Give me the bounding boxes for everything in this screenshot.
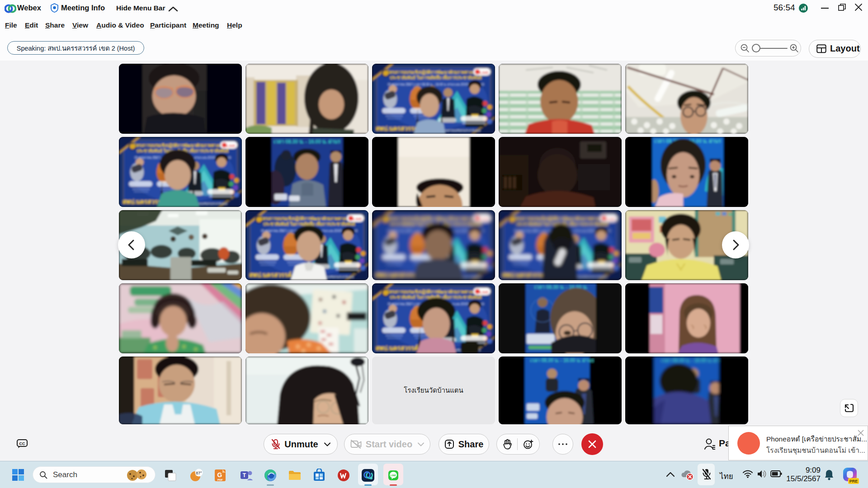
- svg-text:PDF: PDF: [217, 479, 223, 481]
- svg-text:LINE: LINE: [391, 474, 396, 477]
- svg-text:สพป.นครสวรรค์: สพป.นครสวรรค์: [376, 125, 418, 132]
- svg-text:สพป.นครสวรรค์: สพป.นครสวรรค์: [502, 271, 545, 278]
- svg-text:โครงการอบรมเชิงปฏิบัติการพัฒนา: โครงการอบรมเชิงปฏิบัติการพัฒนาศักยภาพทาง…: [387, 216, 488, 221]
- svg-text:T: T: [243, 472, 246, 479]
- svg-text:โครงการอบรมเชิงปฏิบัติการพัฒนา: โครงการอบรมเชิงปฏิบัติการพัฒนาศักยภาพทาง…: [387, 70, 488, 75]
- svg-text:สพป.นครสวรรค์: สพป.นครสวรรค์: [249, 271, 292, 278]
- svg-text:LIVE: LIVE: [480, 290, 489, 295]
- svg-text:โครงการอบรมเชิงปฏิบัติการพัฒนา: โครงการอบรมเชิงปฏิบัติการพัฒนาศักยภาพทาง…: [260, 216, 362, 221]
- svg-text:ประชาสัมพันธ์ ในการผลิตสื่อ เพ: ประชาสัมพันธ์ ในการผลิตสื่อ เพื่อการประช…: [390, 75, 482, 80]
- svg-text:เวลา 08.30 น. - 16.00 น. ผ่านร: เวลา 08.30 น. - 16.00 น. ผ่านร: [530, 357, 594, 363]
- svg-text:G: G: [217, 471, 222, 479]
- svg-text:CC: CC: [19, 441, 25, 446]
- svg-text:โครงการอบรมเชิงปฏิบัติการพัฒนา: โครงการอบรมเชิงปฏิบัติการพัฒนาศักยภาพทาง…: [387, 289, 488, 295]
- svg-text:จัดทำโดยเครือข่ายประชาสัมพันธ์: จัดทำโดยเครือข่ายประชาสัมพันธ์: [444, 129, 480, 132]
- svg-text:LIVE: LIVE: [353, 217, 362, 221]
- svg-text:เวลา 08.30 น. - 16.00 น. ผ่านร: เวลา 08.30 น. - 16.00 น. ผ่านร: [274, 139, 340, 144]
- svg-text:เวลา 08.30 น. - 16.00 น. ผ่านร: เวลา 08.30 น. - 16.00 น. ผ่านร: [661, 357, 725, 363]
- svg-text:LIVE: LIVE: [480, 217, 489, 221]
- svg-text:โครงการอบรมเชิงปฏิบัติการพัฒนา: โครงการอบรมเชิงปฏิบัติการพัฒนาศักยภาพทาง…: [133, 143, 235, 148]
- svg-text:LIVE: LIVE: [226, 144, 236, 148]
- svg-text:LIVE: LIVE: [480, 70, 489, 75]
- svg-text:สพป.นครสวรรค์: สพป.นครสวรรค์: [376, 344, 418, 352]
- svg-text:PRE: PRE: [849, 479, 858, 483]
- svg-text:โครงการอบรมเชิงปฏิบัติการพัฒนา: โครงการอบรมเชิงปฏิบัติการพัฒนาศักยภาพทาง…: [513, 216, 615, 221]
- svg-text:สพป.นครสวรรค์: สพป.นครสวรรค์: [376, 271, 418, 278]
- svg-text:87°: 87°: [196, 471, 202, 475]
- svg-text:LIVE: LIVE: [606, 217, 615, 221]
